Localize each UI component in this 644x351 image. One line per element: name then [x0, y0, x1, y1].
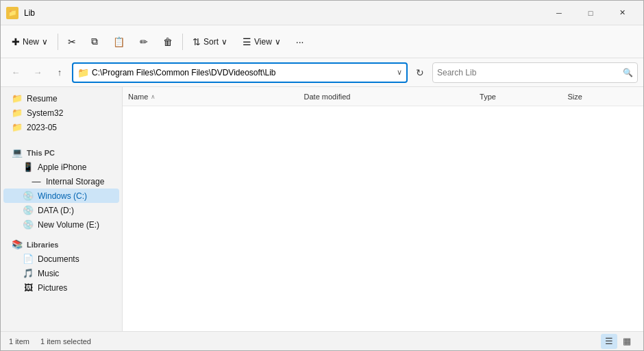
detail-view-icon: ▦ — [623, 336, 631, 346]
forward-button[interactable]: → — [28, 63, 47, 82]
sidebar-item-new-volume-e[interactable]: 💿 New Volume (E:) — [3, 217, 119, 232]
up-button[interactable]: ↑ — [50, 63, 69, 82]
new-button[interactable]: ✚ New ∨ — [5, 33, 55, 51]
new-label: New — [23, 37, 39, 47]
status-item-count: 1 item — [9, 337, 29, 346]
delete-icon: 🗑 — [163, 36, 173, 47]
sidebar-item-data-d[interactable]: 💿 DATA (D:) — [3, 203, 119, 217]
minimize-button[interactable]: ─ — [543, 1, 575, 25]
sidebar-this-pc-header: 💻 This PC — [3, 145, 119, 160]
column-header: Name ∧ Date modified Type Size — [123, 87, 643, 106]
col-header-size[interactable]: Size — [567, 93, 638, 101]
folder-icon: 📁 — [12, 122, 23, 132]
sort-chevron-icon: ∨ — [221, 37, 227, 47]
title-bar-title: Lib — [24, 8, 543, 18]
paste-button[interactable]: 📋 — [106, 33, 132, 51]
list-view-icon: ☰ — [605, 336, 613, 346]
sidebar-item-internal-storage[interactable]: — Internal Storage — [3, 174, 119, 189]
sidebar-item-label: Apple iPhone — [38, 162, 86, 172]
view-icon: ☰ — [243, 36, 251, 47]
sidebar-item-label: Music — [38, 269, 59, 278]
more-button[interactable]: ··· — [289, 33, 311, 51]
sidebar-item-label: New Volume (E:) — [38, 220, 99, 230]
sidebar-item-label: 2023-05 — [27, 123, 57, 132]
storage-icon: — — [31, 176, 42, 186]
sidebar-item-system32[interactable]: 📁 System32 — [3, 106, 119, 120]
status-selected-count: 1 item selected — [40, 337, 91, 346]
title-bar-controls: ─ □ ✕ — [543, 1, 638, 25]
toolbar-separator-2 — [182, 34, 183, 50]
sort-label: Sort — [203, 37, 219, 47]
address-chevron-icon[interactable]: ∨ — [397, 68, 402, 77]
sidebar-item-label: Libraries — [27, 241, 58, 249]
cut-button[interactable]: ✂ — [61, 33, 83, 51]
folder-icon: 📁 — [12, 93, 23, 104]
detail-view-button[interactable]: ▦ — [619, 334, 635, 349]
search-box[interactable]: 🔍 — [432, 62, 638, 83]
new-icon: ✚ — [12, 36, 20, 47]
sidebar-item-label: System32 — [27, 108, 63, 118]
paste-icon: 📋 — [113, 36, 125, 47]
content-area: 📁 Resume 📁 System32 📁 2023-05 💻 This PC … — [1, 87, 643, 331]
music-icon: 🎵 — [23, 268, 34, 278]
view-chevron-icon: ∨ — [275, 37, 281, 47]
address-input[interactable] — [92, 68, 394, 77]
sidebar-item-apple-iphone[interactable]: 📱 Apple iPhone — [3, 160, 119, 174]
close-button[interactable]: ✕ — [606, 1, 638, 25]
title-bar-icon: 📁 — [6, 7, 18, 19]
sidebar-item-2023-05[interactable]: 📁 2023-05 — [3, 120, 119, 134]
drive-icon: 💿 — [23, 205, 34, 215]
sidebar-item-pictures[interactable]: 🖼 Pictures — [3, 280, 119, 295]
phone-icon: 📱 — [23, 162, 34, 172]
address-bar-row: ← → ↑ 📁 ∨ ↻ 🔍 — [1, 58, 643, 87]
back-button[interactable]: ← — [6, 63, 25, 82]
sort-arrow-icon: ∧ — [151, 93, 156, 100]
sidebar: 📁 Resume 📁 System32 📁 2023-05 💻 This PC … — [1, 87, 123, 331]
col-header-date[interactable]: Date modified — [304, 93, 480, 101]
rename-button[interactable]: ✏ — [133, 33, 155, 51]
sidebar-item-windows-c[interactable]: 💿 Windows (C:) — [3, 189, 119, 203]
new-chevron-icon: ∨ — [42, 37, 48, 47]
toolbar-separator-1 — [58, 34, 58, 50]
search-input[interactable] — [437, 68, 620, 77]
delete-button[interactable]: 🗑 — [156, 33, 179, 51]
address-folder-icon: 📁 — [77, 67, 89, 78]
documents-icon: 📄 — [23, 254, 34, 264]
search-icon: 🔍 — [623, 68, 633, 77]
file-list — [123, 106, 643, 331]
rename-icon: ✏ — [140, 36, 148, 47]
sidebar-item-label: Resume — [27, 94, 58, 104]
refresh-button[interactable]: ↻ — [410, 63, 430, 82]
main-pane: Name ∧ Date modified Type Size — [123, 87, 643, 331]
sidebar-item-label: This PC — [27, 149, 55, 157]
sidebar-item-documents[interactable]: 📄 Documents — [3, 252, 119, 266]
sort-button[interactable]: ⇅ Sort ∨ — [186, 33, 234, 51]
more-icon: ··· — [296, 36, 304, 47]
col-header-type[interactable]: Type — [480, 93, 567, 101]
list-view-button[interactable]: ☰ — [601, 334, 617, 349]
pc-icon: 💻 — [12, 147, 23, 158]
view-label: View — [254, 37, 272, 47]
sidebar-item-label: Pictures — [38, 283, 67, 293]
pictures-icon: 🖼 — [23, 282, 34, 293]
drive-icon: 💿 — [23, 219, 34, 230]
drive-icon: 💿 — [23, 191, 34, 201]
view-button[interactable]: ☰ View ∨ — [236, 33, 288, 51]
copy-icon: ⧉ — [91, 36, 98, 47]
col-header-name[interactable]: Name ∧ — [128, 93, 304, 101]
sidebar-item-music[interactable]: 🎵 Music — [3, 266, 119, 280]
title-bar: 📁 Lib ─ □ ✕ — [1, 1, 643, 25]
libraries-icon: 📚 — [12, 239, 23, 250]
sidebar-item-resume[interactable]: 📁 Resume — [3, 91, 119, 106]
status-bar: 1 item 1 item selected ☰ ▦ — [1, 331, 643, 350]
folder-icon: 📁 — [12, 108, 23, 118]
copy-button[interactable]: ⧉ — [84, 32, 105, 51]
sidebar-item-label: DATA (D:) — [38, 206, 74, 215]
cut-icon: ✂ — [68, 36, 76, 47]
maximize-button[interactable]: □ — [575, 1, 606, 25]
sort-icon: ⇅ — [193, 36, 201, 47]
sidebar-item-label: Windows (C:) — [38, 191, 87, 201]
sidebar-item-label: Internal Storage — [46, 177, 104, 186]
toolbar: ✚ New ∨ ✂ ⧉ 📋 ✏ 🗑 ⇅ Sort ∨ ☰ View ∨ ··· — [1, 25, 643, 58]
status-view-toggles: ☰ ▦ — [601, 334, 635, 349]
